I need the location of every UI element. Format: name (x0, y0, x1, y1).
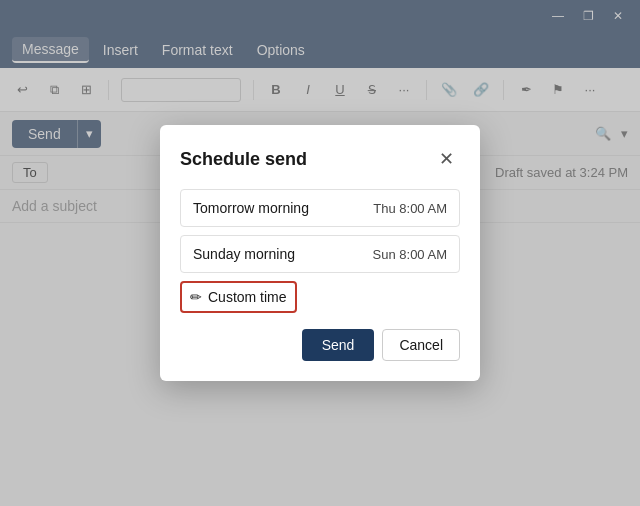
modal-overlay: Schedule send ✕ Tomorrow morning Thu 8:0… (0, 0, 640, 506)
sunday-morning-label: Sunday morning (193, 246, 295, 262)
dialog-header: Schedule send ✕ (180, 145, 460, 173)
sunday-morning-option[interactable]: Sunday morning Sun 8:00 AM (180, 235, 460, 273)
custom-time-label: Custom time (208, 289, 287, 305)
tomorrow-morning-label: Tomorrow morning (193, 200, 309, 216)
dialog-close-button[interactable]: ✕ (432, 145, 460, 173)
dialog-send-button[interactable]: Send (302, 329, 375, 361)
sunday-morning-time: Sun 8:00 AM (373, 247, 447, 262)
tomorrow-morning-time: Thu 8:00 AM (373, 201, 447, 216)
dialog-cancel-button[interactable]: Cancel (382, 329, 460, 361)
schedule-send-dialog: Schedule send ✕ Tomorrow morning Thu 8:0… (160, 125, 480, 381)
custom-time-icon: ✏ (190, 289, 202, 305)
dialog-title: Schedule send (180, 149, 307, 170)
dialog-footer: Send Cancel (180, 329, 460, 361)
tomorrow-morning-option[interactable]: Tomorrow morning Thu 8:00 AM (180, 189, 460, 227)
custom-time-button[interactable]: ✏ Custom time (180, 281, 297, 313)
